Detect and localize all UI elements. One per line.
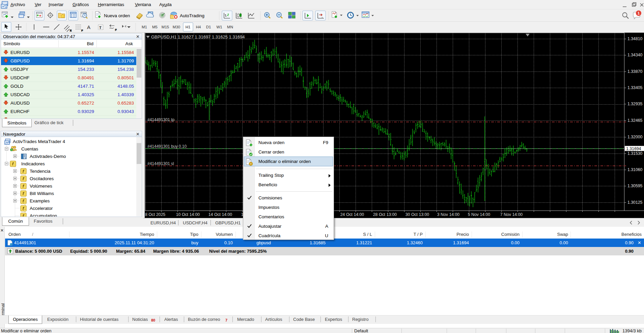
svg-text:Accelerator: Accelerator — [30, 206, 53, 211]
svg-text:1: 1 — [638, 11, 640, 15]
svg-text:F: F — [115, 28, 117, 31]
svg-text:Osciladores: Osciladores — [30, 176, 54, 181]
svg-text:M30: M30 — [173, 25, 180, 29]
svg-text:Cuentas: Cuentas — [21, 146, 38, 151]
svg-text:MN: MN — [227, 25, 233, 29]
svg-text:5 Nov 14:00: 5 Nov 14:00 — [468, 212, 490, 217]
svg-text:A: A — [87, 24, 90, 30]
svg-text:T: T — [99, 26, 102, 30]
svg-text:1.34810: 1.34810 — [627, 36, 643, 41]
svg-text:AutoTrading: AutoTrading — [180, 13, 204, 18]
svg-text:3 Nov 14:00: 3 Nov 14:00 — [437, 212, 459, 217]
svg-text:E: E — [70, 29, 72, 32]
svg-text:#414491301 buy 0.10: #414491301 buy 0.10 — [147, 144, 187, 149]
svg-text:F: F — [81, 29, 83, 32]
svg-text:30 Oct 13:00: 30 Oct 13:00 — [405, 212, 429, 217]
svg-text:24 Oct 14:00: 24 Oct 14:00 — [340, 212, 364, 217]
svg-text:7 Nov 14:00: 7 Nov 14:00 — [500, 212, 523, 217]
svg-text:1.31694: 1.31694 — [626, 146, 641, 151]
svg-text:Nueva orden: Nueva orden — [104, 13, 130, 18]
svg-text:1.33870: 1.33870 — [627, 69, 643, 74]
svg-text:#414491301 sl: #414491301 sl — [147, 161, 174, 166]
svg-text:1.30125: 1.30125 — [627, 200, 643, 205]
svg-text:Tendencia: Tendencia — [30, 169, 51, 174]
svg-text:W1: W1 — [216, 25, 222, 29]
svg-text:1.31530: 1.31530 — [627, 151, 643, 156]
svg-text:1.32935: 1.32935 — [627, 102, 643, 106]
svg-text:Indicadores: Indicadores — [21, 161, 45, 166]
svg-text:#414491301 tp: #414491301 tp — [147, 117, 174, 122]
svg-text:H1: H1 — [186, 25, 191, 29]
svg-text:1.33405: 1.33405 — [627, 85, 643, 90]
svg-text:M1: M1 — [142, 25, 147, 29]
svg-text:1.32465: 1.32465 — [627, 118, 643, 123]
svg-text:GBPUSD,H1 1.31627 1.31697 1.3: GBPUSD,H1 1.31627 1.31697 1.31625 1.3169… — [151, 34, 245, 39]
svg-text:10 Oct 14:00: 10 Oct 14:00 — [176, 212, 200, 217]
svg-text:M5: M5 — [152, 25, 158, 29]
svg-text:28 Oct 13:00: 28 Oct 13:00 — [373, 212, 397, 217]
svg-text:1.32000: 1.32000 — [627, 135, 643, 139]
svg-text:1.34340: 1.34340 — [627, 53, 643, 57]
svg-text:8 Oct 2025: 8 Oct 2025 — [145, 212, 165, 217]
svg-text:D1: D1 — [206, 25, 211, 29]
svg-text:Volúmenes: Volúmenes — [30, 184, 52, 189]
svg-text:Bill Williams: Bill Williams — [30, 191, 54, 196]
svg-text:Examples: Examples — [30, 198, 50, 203]
svg-text:ActivTrades MetaTrader 4: ActivTrades MetaTrader 4 — [13, 139, 65, 144]
svg-text:14 Oct 14:00: 14 Oct 14:00 — [208, 212, 232, 217]
svg-text:M15: M15 — [162, 25, 169, 29]
svg-text:1.31060: 1.31060 — [627, 167, 643, 172]
svg-text:H4: H4 — [196, 25, 201, 29]
svg-text:1.30595: 1.30595 — [627, 184, 643, 188]
svg-text:Activtrades-Demo: Activtrades-Demo — [30, 154, 66, 159]
svg-text:Accumulation: Accumulation — [30, 213, 57, 217]
